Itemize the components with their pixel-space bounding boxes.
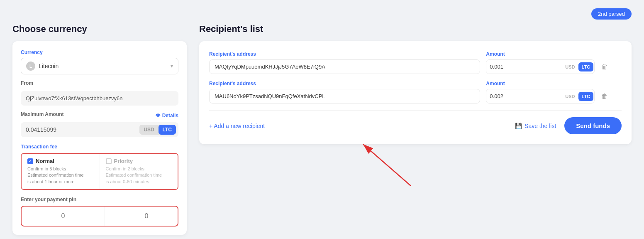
- actions-row: + Add a new recipient 💾 Save the list Se…: [209, 117, 622, 134]
- send-funds-button[interactable]: Send funds: [564, 117, 622, 134]
- top-button[interactable]: 2nd parsed: [591, 8, 632, 20]
- details-label: Details: [162, 113, 178, 118]
- choose-currency-title: Choose currency: [12, 24, 187, 34]
- priority-title: Priority: [114, 158, 133, 164]
- save-list-label: Save the list: [524, 123, 556, 129]
- right-panel: Recipient's list Recipient's address Amo…: [199, 24, 632, 144]
- currency-card: Currency L Litecoin ▾ From QjZuivnwo7fXk…: [12, 41, 187, 235]
- add-recipient-button[interactable]: + Add a new recipient: [209, 123, 265, 129]
- amount-label-2: Amount: [486, 81, 595, 86]
- max-amount-label: Maximum Amount: [21, 111, 64, 117]
- recipient-address-label-2: Recipient's address: [209, 81, 480, 86]
- currency-label: Currency: [21, 49, 178, 55]
- amount-input-1[interactable]: [486, 60, 563, 74]
- priority-checkbox[interactable]: [106, 158, 112, 164]
- from-address: QjZuivnwo7fXk613stWqpectbhbuezvy6n: [21, 91, 178, 106]
- pin-input-2[interactable]: [105, 207, 178, 226]
- fee-normal[interactable]: ✓ Normal Confirm in 5 blocks Estimated c…: [22, 154, 100, 189]
- checkmark-icon: ✓: [29, 159, 32, 163]
- usd-tag-1: USD: [563, 63, 577, 71]
- recipient-address-input-1[interactable]: [209, 59, 480, 74]
- usd-tag-2: USD: [563, 92, 577, 101]
- recipient-row-1: Recipient's address Amount USD LTC 🗑: [209, 51, 622, 74]
- divider: [209, 110, 622, 111]
- recipient-address-group-2: Recipient's address: [209, 81, 480, 103]
- from-label: From: [21, 80, 178, 86]
- recipient-address-label-1: Recipient's address: [209, 51, 480, 57]
- currency-toggle: USD LTC: [139, 125, 176, 135]
- usd-button[interactable]: USD: [139, 125, 158, 135]
- currency-name: Litecoin: [39, 63, 59, 69]
- recipients-title: Recipient's list: [199, 24, 632, 34]
- recipient-address-input-2[interactable]: [209, 89, 480, 103]
- amount-group-2: Amount USD LTC 🗑: [486, 81, 622, 103]
- fee-priority[interactable]: Priority Confirm in 2 blocks Estimated c…: [100, 154, 178, 189]
- amount-label-1: Amount: [486, 51, 595, 57]
- chevron-down-icon: ▾: [171, 63, 173, 69]
- currency-coin-icon: L: [26, 62, 35, 71]
- ltc-tag-1: LTC: [578, 62, 594, 71]
- amount-group-1: Amount USD LTC 🗑: [486, 51, 622, 74]
- pin-input-1[interactable]: [22, 207, 105, 226]
- eye-icon: 👁: [156, 113, 161, 118]
- amount-input-2[interactable]: [486, 89, 563, 103]
- normal-desc: Confirm in 5 blocks Estimated confirmati…: [27, 166, 94, 185]
- recipient-address-group-1: Recipient's address: [209, 51, 480, 74]
- left-panel: Choose currency Currency L Litecoin ▾ Fr…: [12, 24, 187, 235]
- delete-recipient-1[interactable]: 🗑: [598, 60, 611, 74]
- ltc-button[interactable]: LTC: [159, 125, 176, 135]
- pin-label: Enter your payment pin: [21, 197, 178, 202]
- amount-input-wrap-1: USD LTC: [486, 59, 595, 74]
- ltc-tag-2: LTC: [578, 92, 594, 101]
- normal-checkbox[interactable]: ✓: [27, 158, 33, 164]
- save-icon: 💾: [515, 123, 522, 129]
- pin-inputs: [21, 206, 178, 227]
- max-amount-value: 0.04115099: [21, 122, 139, 137]
- amount-input-wrap-2: USD LTC: [486, 89, 595, 103]
- recipients-card: Recipient's address Amount USD LTC 🗑: [199, 41, 632, 144]
- max-amount-field: 0.04115099 USD LTC: [21, 122, 178, 137]
- recipient-row-2: Recipient's address Amount USD LTC 🗑: [209, 81, 622, 103]
- tx-fee-label: Transaction fee: [21, 144, 178, 150]
- normal-title: Normal: [36, 158, 54, 164]
- svg-line-1: [363, 144, 411, 186]
- fee-options: ✓ Normal Confirm in 5 blocks Estimated c…: [21, 153, 178, 190]
- currency-select[interactable]: L Litecoin ▾: [21, 58, 178, 74]
- priority-desc: Confirm in 2 blocks Estimated confirmati…: [106, 166, 172, 185]
- details-link[interactable]: 👁 Details: [156, 113, 178, 118]
- save-list-button[interactable]: 💾 Save the list: [515, 123, 556, 129]
- delete-recipient-2[interactable]: 🗑: [598, 89, 611, 103]
